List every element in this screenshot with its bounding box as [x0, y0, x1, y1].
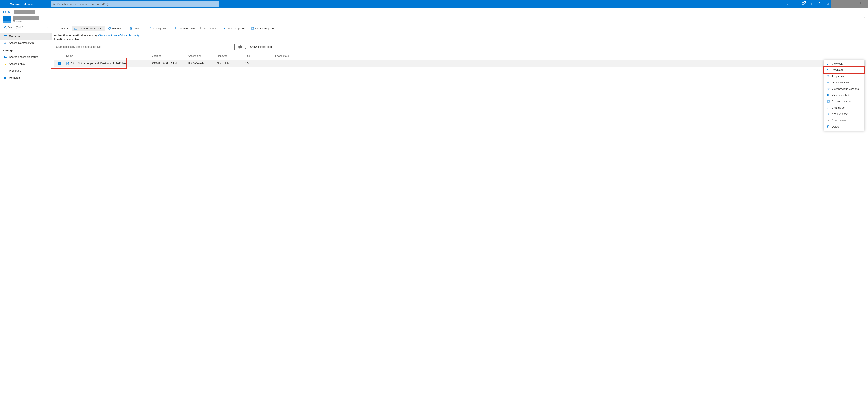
col-access-tier[interactable]: Access tier	[188, 54, 216, 57]
sidebar-item-label: Shared access signature	[9, 55, 38, 58]
acquire-lease-button[interactable]: Acquire lease	[172, 26, 197, 31]
sidebar-item-overview[interactable]: Overview	[0, 33, 52, 39]
row-name[interactable]: Citrix_Virtual_Apps_and_Desktops_7_2012.…	[71, 62, 126, 65]
svg-point-4	[827, 4, 827, 4]
sidebar-item-shared-signature[interactable]: Shared access signature	[0, 54, 52, 60]
svg-point-23	[828, 95, 829, 95]
break-lease-button: Break lease	[197, 26, 220, 31]
svg-rect-18	[251, 28, 253, 29]
eye-icon	[223, 27, 226, 30]
table-header: Name Modified Access tier Blob type Size…	[54, 52, 866, 60]
notification-badge: 4	[803, 1, 806, 4]
breadcrumb-home[interactable]: Home	[3, 10, 10, 13]
row-access-tier: Hot (Inferred)	[188, 62, 216, 65]
global-search[interactable]	[51, 1, 219, 7]
ctx-properties[interactable]: Properties	[824, 73, 864, 79]
container-icon	[3, 16, 10, 23]
sidebar-item-label: Properties	[9, 69, 21, 72]
svg-point-0	[53, 3, 55, 5]
sidebar-item-label: Access policy	[9, 62, 25, 65]
trash-icon	[827, 125, 830, 128]
svg-point-20	[829, 76, 829, 77]
switch-auth-link[interactable]: (Switch to Azure AD User Account)	[98, 34, 139, 37]
breadcrumb-current[interactable]	[14, 10, 34, 13]
search-icon	[53, 3, 56, 5]
hamburger-menu-icon[interactable]	[0, 0, 10, 8]
row-checkbox[interactable]: ✓	[58, 61, 61, 65]
col-lease-state[interactable]: Lease state	[275, 54, 298, 57]
svg-point-16	[224, 28, 225, 29]
create-snapshot-button[interactable]: Create snapshot	[248, 26, 277, 31]
help-icon[interactable]	[815, 0, 823, 8]
change-access-level-button[interactable]: Change access level	[72, 26, 105, 31]
blob-prefix-search[interactable]	[54, 44, 235, 50]
feedback-icon[interactable]	[823, 0, 832, 8]
svg-rect-25	[828, 101, 829, 102]
ctx-generate-sas[interactable]: Generate SAS	[824, 79, 864, 86]
change-tier-button[interactable]: Change tier	[146, 26, 169, 31]
refresh-button[interactable]: Refresh	[105, 26, 124, 31]
col-name[interactable]: Name	[66, 54, 151, 57]
ctx-view-previous-versions[interactable]: View previous versions	[824, 86, 864, 92]
sidebar-item-properties[interactable]: Properties	[0, 67, 52, 74]
brand-label[interactable]: Microsoft Azure	[10, 2, 51, 6]
col-size[interactable]: Size	[245, 54, 275, 57]
swap-icon	[827, 107, 830, 109]
svg-point-19	[828, 75, 828, 76]
svg-point-6	[4, 26, 6, 28]
content-pane: Upload Change access level Refresh Delet…	[52, 25, 868, 416]
link-icon	[4, 56, 7, 58]
key-icon	[4, 62, 7, 65]
delete-button[interactable]: Delete	[127, 26, 144, 31]
blob-prefix-input[interactable]	[56, 44, 232, 50]
svg-point-21	[828, 77, 829, 77]
overview-icon	[4, 35, 7, 37]
close-icon[interactable]	[858, 0, 864, 6]
cloud-shell-icon[interactable]	[783, 0, 791, 8]
ctx-create-snapshot[interactable]: Create snapshot	[824, 98, 864, 105]
ctx-break-lease: Break lease	[824, 117, 864, 123]
svg-rect-13	[75, 28, 77, 30]
sidebar-settings-header: Settings	[3, 47, 50, 54]
pencil-icon	[827, 62, 830, 65]
notifications-icon[interactable]: 4	[799, 0, 807, 8]
properties-icon	[4, 69, 7, 72]
view-snapshots-button[interactable]: View snapshots	[220, 26, 248, 31]
row-more-icon[interactable]: ⋯	[298, 62, 866, 65]
upload-button[interactable]: Upload	[54, 26, 72, 31]
page-header: Container ⋯	[0, 15, 868, 25]
page-title	[13, 16, 39, 20]
sidebar-search-input[interactable]	[7, 26, 42, 29]
link-icon	[827, 82, 830, 83]
sidebar-search[interactable]	[3, 25, 44, 30]
sidebar-item-metadata[interactable]: Metadata	[0, 74, 52, 81]
show-deleted-toggle[interactable]	[238, 45, 246, 49]
global-search-input[interactable]	[56, 3, 217, 6]
show-deleted-label: Show deleted blobs	[250, 45, 273, 48]
auth-method-line: Authentication method: Access key (Switc…	[54, 33, 866, 37]
ctx-view-edit[interactable]: View/edit	[824, 60, 864, 67]
settings-gear-icon[interactable]	[807, 0, 815, 8]
ctx-change-tier[interactable]: Change tier	[824, 105, 864, 111]
directories-icon[interactable]	[791, 0, 799, 8]
break-lease-icon	[827, 119, 830, 122]
ctx-download[interactable]: Download	[824, 67, 864, 73]
more-actions-icon[interactable]: ⋯	[862, 16, 865, 20]
break-lease-icon	[199, 27, 203, 30]
col-blob-type[interactable]: Blob type	[216, 54, 245, 57]
table-row[interactable]: ✓ Citrix_Virtual_Apps_and_Desktops_7_201…	[54, 60, 866, 67]
sidebar-item-access-control[interactable]: Access Control (IAM)	[0, 39, 52, 47]
info-icon	[4, 76, 7, 79]
ctx-view-snapshots[interactable]: View snapshots	[824, 92, 864, 98]
eye-icon	[827, 94, 830, 96]
col-modified[interactable]: Modified	[151, 54, 188, 57]
ctx-acquire-lease[interactable]: Acquire lease	[824, 111, 864, 117]
collapse-sidebar-icon[interactable]: «	[45, 26, 50, 29]
snapshot-icon	[827, 100, 830, 102]
context-menu: View/edit Download Properties Generate S…	[824, 60, 864, 130]
sidebar-item-access-policy[interactable]: Access policy	[0, 60, 52, 67]
ctx-delete[interactable]: Delete	[824, 123, 864, 130]
top-bar: Microsoft Azure 4	[0, 0, 868, 8]
svg-point-10	[5, 42, 6, 43]
trash-icon	[129, 27, 132, 30]
